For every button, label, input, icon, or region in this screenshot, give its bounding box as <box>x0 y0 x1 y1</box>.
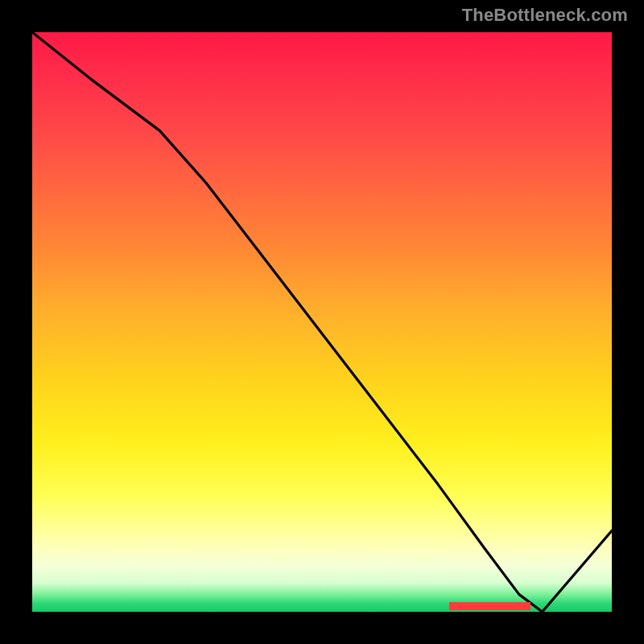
watermark-text: TheBottleneck.com <box>462 5 628 26</box>
chart-line-path <box>32 32 612 612</box>
chart-plot-area <box>32 32 612 612</box>
chart-line-svg <box>32 32 612 612</box>
optimal-range-marker <box>449 602 530 610</box>
chart-outer-frame: TheBottleneck.com <box>0 0 644 644</box>
